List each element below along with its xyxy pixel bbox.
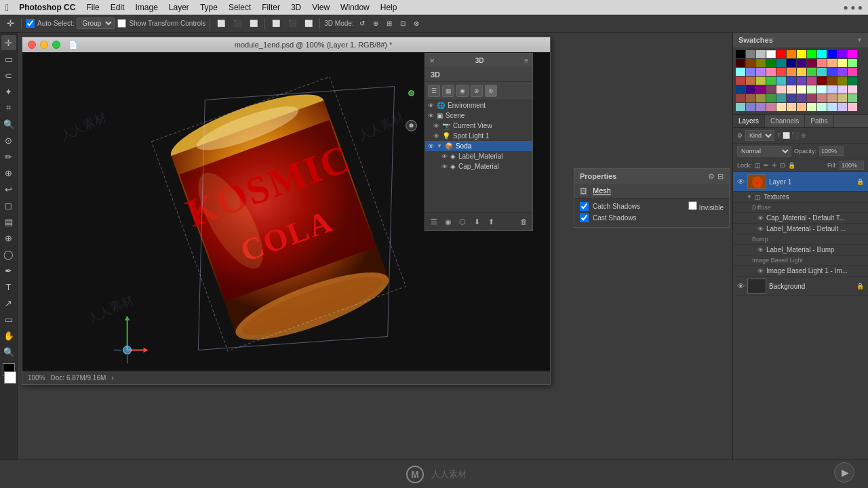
tool-crop[interactable]: ⌗ (1, 100, 16, 115)
swatch-lightcyan[interactable] (736, 68, 745, 76)
swatches-panel-header[interactable]: Swatches ▼ (733, 33, 868, 47)
layer-ibl1[interactable]: 👁 Image Based Light 1 - Im... (733, 266, 868, 277)
app-name[interactable]: Photoshop CC (14, 1, 80, 14)
3d-bottom-settings[interactable]: ☰ (428, 216, 440, 228)
background-vis-icon[interactable]: 👁 (737, 282, 745, 290)
swatch-asparagus[interactable] (766, 94, 776, 102)
window-minimize-btn[interactable] (40, 41, 48, 49)
show-transform-checkbox[interactable] (117, 19, 126, 28)
menu-select[interactable]: Select (224, 1, 256, 14)
swatch-red[interactable] (776, 50, 786, 58)
tool-dodge[interactable]: ◯ (1, 247, 16, 262)
swatch-aquamarine[interactable] (817, 103, 827, 111)
swatch-amethyst[interactable] (797, 94, 806, 102)
swatch-khaki[interactable] (756, 94, 766, 102)
swatch-cyan[interactable] (817, 50, 827, 58)
tool-type[interactable]: T (1, 279, 16, 294)
swatch-slate[interactable] (787, 94, 796, 102)
swatch-dustyred[interactable] (736, 77, 745, 85)
3d-item-cap-material[interactable]: 👁 ◈ Cap_Material (425, 161, 532, 171)
swatch-medpink[interactable] (807, 77, 816, 85)
swatch-black[interactable] (736, 50, 745, 58)
swatch-brown2[interactable] (827, 77, 837, 85)
layer-tree-textures[interactable]: ▼ ◫ Textures (733, 192, 868, 203)
swatch-medlightgreen[interactable] (766, 77, 776, 85)
properties-icon-1[interactable]: ⚙ (708, 172, 715, 181)
label-default-vis[interactable]: 👁 (757, 226, 764, 232)
tool-hand[interactable]: ✋ (1, 328, 16, 343)
swatch-medgreen[interactable] (807, 68, 816, 76)
swatch-medcyan[interactable] (817, 68, 827, 76)
3d-mode-zoom[interactable]: ⊞ (384, 19, 395, 28)
swatch-purple[interactable] (797, 59, 806, 67)
swatch-forest[interactable] (848, 77, 857, 85)
autoselect-dropdown[interactable]: Group Layer (77, 18, 115, 29)
swatch-yellow[interactable] (797, 50, 806, 58)
swatch-honeydew2[interactable] (807, 103, 816, 111)
swatch-lavender[interactable] (756, 68, 766, 76)
3d-mode-pan[interactable]: ⊕ (370, 19, 381, 28)
align-center-h[interactable]: ⬛ (231, 19, 244, 28)
tool-stamp[interactable]: ⊕ (1, 165, 16, 180)
tool-move[interactable]: ✛ (1, 35, 16, 50)
swatch-silver[interactable] (756, 50, 766, 58)
3d-bottom-delete[interactable]: 🗑 (517, 216, 530, 228)
3d-icon-filter[interactable]: ☰ (428, 85, 440, 97)
3d-bottom-down[interactable]: ⬇ (471, 216, 483, 228)
tab-paths[interactable]: Paths (805, 115, 834, 127)
eye-scene[interactable]: 👁 (428, 113, 434, 119)
tool-select-rect[interactable]: ▭ (1, 52, 16, 66)
swatch-tan[interactable] (827, 94, 837, 102)
swatch-darkgreen[interactable] (766, 59, 776, 67)
swatch-bisque[interactable] (776, 103, 786, 111)
autoselect-checkbox[interactable] (26, 19, 35, 28)
swatch-gray[interactable] (746, 50, 755, 58)
swatch-medaqua[interactable] (736, 103, 745, 111)
properties-tab-mesh[interactable]: Mesh (593, 186, 611, 195)
align-left[interactable]: ⬜ (214, 19, 228, 28)
swatch-navajowhite[interactable] (787, 103, 796, 111)
properties-icon-2[interactable]: ⊟ (717, 172, 724, 181)
tool-shape[interactable]: ▭ (1, 312, 16, 327)
swatch-cobalt[interactable] (736, 85, 745, 94)
tab-channels[interactable]: Channels (765, 115, 805, 127)
swatches-collapse-icon[interactable]: ▼ (856, 37, 863, 43)
3d-mode-obj[interactable]: ⊡ (397, 19, 408, 28)
swatch-lightyellow2[interactable] (797, 85, 806, 94)
swatch-maroon[interactable] (807, 59, 816, 67)
3d-icon-camera[interactable]: ⊛ (485, 85, 497, 97)
tool-heal[interactable]: ⊙ (1, 133, 16, 148)
window-maximize-btn[interactable] (52, 41, 60, 49)
3d-bottom-mesh[interactable]: ⬡ (456, 216, 469, 228)
layer1-vis-icon[interactable]: 👁 (737, 178, 745, 186)
swatch-lightred[interactable] (817, 59, 827, 67)
swatch-medteal[interactable] (776, 77, 786, 85)
background-color[interactable] (4, 371, 16, 384)
swatch-maroon2[interactable] (817, 77, 827, 85)
menu-help[interactable]: Help (376, 1, 402, 14)
properties-tab-icon1[interactable]: 🖼 (580, 187, 587, 195)
tool-pen[interactable]: ✒ (1, 263, 16, 278)
swatch-lightsteelblue[interactable] (827, 103, 837, 111)
eye-current-view[interactable]: 👁 (433, 123, 439, 129)
3d-item-spot-light[interactable]: 👁 💡 Spot Light 1 (425, 131, 532, 141)
tab-layers[interactable]: Layers (733, 115, 765, 127)
expand-arrow[interactable]: › (111, 374, 113, 382)
swatch-darkkhaki[interactable] (837, 94, 847, 102)
swatch-teal[interactable] (776, 59, 786, 67)
window-close-btn[interactable] (28, 41, 36, 49)
eye-cap-material[interactable]: 👁 (441, 163, 448, 170)
3d-mode-rotate[interactable]: ↺ (357, 19, 368, 28)
swatch-rosybrown[interactable] (817, 94, 827, 102)
tool-eyedropper[interactable]: 🔍 (1, 117, 16, 131)
menu-view[interactable]: View (307, 1, 334, 14)
lock-transparent[interactable]: ◫ (755, 162, 761, 169)
swatch-wheat[interactable] (797, 103, 806, 111)
invisible-cb[interactable] (688, 201, 697, 210)
tool-lasso[interactable]: ⊂ (1, 68, 16, 83)
swatch-medblue[interactable] (827, 68, 837, 76)
fill-input[interactable] (840, 161, 864, 170)
align-bottom[interactable]: ⬜ (302, 19, 315, 28)
swatch-copper[interactable] (746, 77, 755, 85)
swatch-magenta2[interactable] (756, 85, 766, 94)
